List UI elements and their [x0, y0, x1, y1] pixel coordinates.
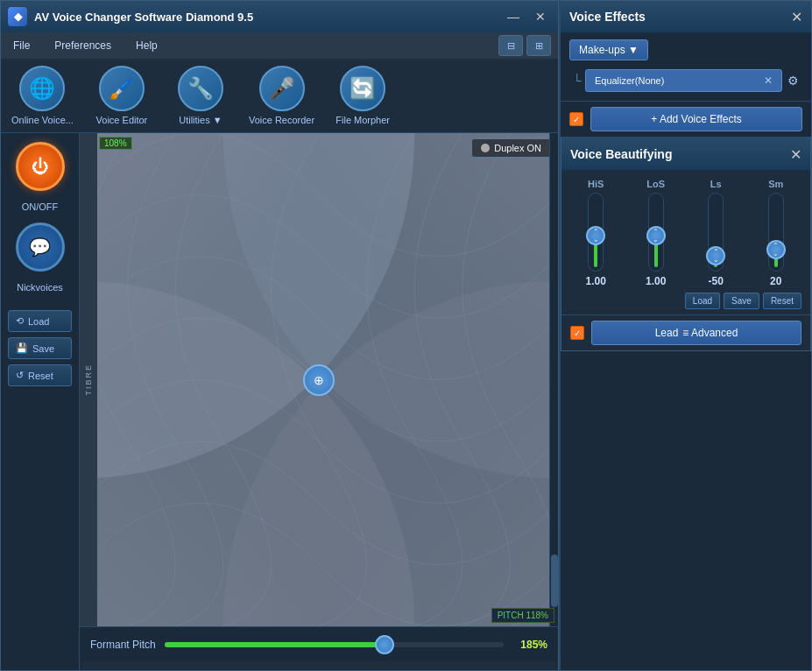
vfx-footer: ✓ + Add Voice Effects: [561, 101, 811, 137]
menu-bar-right: ⊟ ⊞: [498, 35, 551, 56]
tibre-text: TIBRE: [84, 364, 93, 396]
voice-beautifying-title: Voice Beautifying: [570, 147, 672, 161]
close-button[interactable]: ✕: [530, 8, 551, 25]
voice-beautifying-section: Voice Beautifying ✕ HiS ⌃⌄ 1.00 LoS: [561, 137, 811, 351]
window-controls: — ✕: [502, 8, 551, 25]
eq-connector: └: [573, 74, 582, 88]
equalizer-row: └ Equalizer(None) ✕ ⚙: [569, 67, 802, 94]
menu-help[interactable]: Help: [131, 36, 163, 55]
equalizer-badge: Equalizer(None) ✕: [585, 69, 782, 92]
file-morpher-label: File Morpher: [335, 115, 390, 125]
sidebar-actions: ⟲ Load 💾 Save ↺ Reset: [8, 310, 72, 386]
onoff-label: ON/OFF: [22, 201, 59, 212]
vb-save-button[interactable]: Save: [724, 293, 759, 309]
slider-ls: Ls ⌃⌄ -50: [690, 179, 742, 287]
toolbar-online-voice[interactable]: 🌐 Online Voice...: [11, 66, 74, 125]
formant-fill: [165, 642, 385, 647]
slider-his: HiS ⌃⌄ 1.00: [570, 179, 622, 287]
online-voice-label: Online Voice...: [11, 115, 74, 125]
formant-track[interactable]: [165, 642, 504, 647]
slider-los-handle[interactable]: ⌃⌄: [646, 226, 666, 245]
onoff-button[interactable]: ⏻: [16, 142, 65, 191]
scrollbar-right[interactable]: [549, 133, 558, 626]
voice-beautifying-header: Voice Beautifying ✕: [561, 138, 810, 170]
voice-editor-icon: 🖌️: [99, 66, 145, 111]
slider-ls-handle[interactable]: ⌃⌄: [706, 246, 725, 265]
formant-pct: 185%: [512, 639, 547, 651]
slider-sm: Sm ⌃⌄ 20: [751, 179, 802, 287]
reset-button[interactable]: ↺ Reset: [8, 364, 72, 386]
toolbar-voice-recorder[interactable]: 🎤 Voice Recorder: [249, 66, 314, 125]
add-voice-effects-button[interactable]: + Add Voice Effects: [590, 107, 802, 131]
voice-effects-close[interactable]: ✕: [791, 9, 802, 25]
slider-ls-value: -50: [709, 275, 724, 287]
equalizer-label: Equalizer(None): [595, 75, 664, 86]
menu-icon-settings[interactable]: ⊞: [526, 35, 551, 56]
formant-bar: Formant Pitch 185%: [80, 626, 558, 661]
left-sidebar: ⏻ ON/OFF 💬 Nickvoices ⟲ Load 💾 Save ↺ Re…: [1, 133, 80, 670]
file-morpher-icon: 🔄: [340, 66, 385, 111]
menu-bar: File Preferences Help ⊟ ⊞: [1, 32, 558, 59]
toolbar-voice-editor[interactable]: 🖌️ Voice Editor: [91, 66, 152, 125]
vb-load-button[interactable]: Load: [685, 293, 720, 309]
slider-ls-label: Ls: [710, 179, 722, 189]
online-voice-icon: 🌐: [19, 66, 65, 111]
menu-icon-display[interactable]: ⊟: [498, 35, 523, 56]
vb-checkbox[interactable]: ✓: [570, 326, 584, 340]
menu-file[interactable]: File: [8, 36, 35, 55]
toolbar-utilities[interactable]: 🔧 Utilities ▼: [170, 66, 231, 125]
morpher-area: TIBRE 108% Duplex ON ⊕ PITCH 118%: [80, 133, 558, 670]
main-content: ⏻ ON/OFF 💬 Nickvoices ⟲ Load 💾 Save ↺ Re…: [1, 133, 558, 670]
right-panel: Voice Effects ✕ Make-ups ▼ └ Equalizer(N…: [559, 0, 812, 671]
slider-his-value: 1.00: [586, 275, 606, 287]
utilities-label: Utilities ▼: [179, 115, 222, 125]
formant-label: Formant Pitch: [90, 639, 156, 651]
menu-preferences[interactable]: Preferences: [49, 36, 117, 55]
vb-sliders: HiS ⌃⌄ 1.00 LoS ⌃⌄ 1.00: [561, 170, 810, 293]
duplex-button[interactable]: Duplex ON: [471, 138, 551, 158]
duplex-label: Duplex ON: [494, 143, 541, 153]
advanced-button[interactable]: Lead ≡ Advanced: [591, 321, 801, 345]
title-bar: ◆ AV Voice Changer Software Diamond 9.5 …: [1, 1, 558, 32]
slider-sm-label: Sm: [768, 179, 783, 189]
vfx-makeup: Make-ups ▼ └ Equalizer(None) ✕ ⚙: [561, 32, 811, 101]
scrollbar-thumb[interactable]: [551, 554, 558, 607]
pitch-badge: PITCH 118%: [491, 608, 554, 623]
load-button[interactable]: ⟲ Load: [8, 310, 72, 332]
slider-los-track[interactable]: ⌃⌄: [648, 193, 664, 272]
tibre-label: TIBRE: [80, 133, 97, 626]
slider-sm-handle[interactable]: ⌃⌄: [766, 240, 786, 259]
save-button[interactable]: 💾 Save: [8, 337, 72, 359]
equalizer-close[interactable]: ✕: [764, 74, 773, 87]
slider-his-label: HiS: [588, 179, 604, 189]
pitch108-badge: 108%: [99, 137, 132, 150]
slider-sm-value: 20: [770, 275, 781, 287]
lead-label: Lead: [655, 327, 679, 339]
voice-beautifying-close[interactable]: ✕: [790, 146, 801, 163]
advanced-label: ≡ Advanced: [682, 327, 738, 339]
slider-los-label: LoS: [646, 179, 665, 189]
nickvoices-label: Nickvoices: [17, 282, 63, 293]
toolbar-file-morpher[interactable]: 🔄 File Morpher: [332, 66, 393, 125]
makeups-button[interactable]: Make-ups ▼: [569, 39, 648, 60]
toolbar: 🌐 Online Voice... 🖌️ Voice Editor 🔧 Util…: [1, 59, 558, 133]
formant-handle[interactable]: [375, 635, 394, 654]
vb-reset-button[interactable]: Reset: [763, 293, 801, 309]
slider-sm-track[interactable]: ⌃⌄: [768, 193, 784, 272]
minimize-button[interactable]: —: [502, 8, 525, 25]
morpher-handle[interactable]: ⊕: [303, 364, 335, 396]
nickvoices-button[interactable]: 💬: [16, 222, 65, 272]
morpher-canvas[interactable]: TIBRE 108% Duplex ON ⊕ PITCH 118%: [80, 133, 558, 626]
voice-effects-header: Voice Effects ✕: [561, 1, 811, 32]
voice-editor-label: Voice Editor: [96, 115, 148, 125]
vfx-checkbox[interactable]: ✓: [569, 112, 583, 126]
main-window: ◆ AV Voice Changer Software Diamond 9.5 …: [0, 0, 559, 671]
eq-settings-icon[interactable]: ⚙: [787, 74, 799, 88]
utilities-icon: 🔧: [178, 66, 223, 111]
slider-his-track[interactable]: ⌃⌄: [588, 193, 604, 272]
slider-ls-track[interactable]: ⌃⌄: [708, 193, 724, 272]
slider-his-handle[interactable]: ⌃⌄: [586, 226, 605, 245]
voice-recorder-icon: 🎤: [259, 66, 305, 111]
voice-recorder-label: Voice Recorder: [249, 115, 314, 125]
voice-effects-section: Voice Effects ✕ Make-ups ▼ └ Equalizer(N…: [561, 1, 811, 137]
